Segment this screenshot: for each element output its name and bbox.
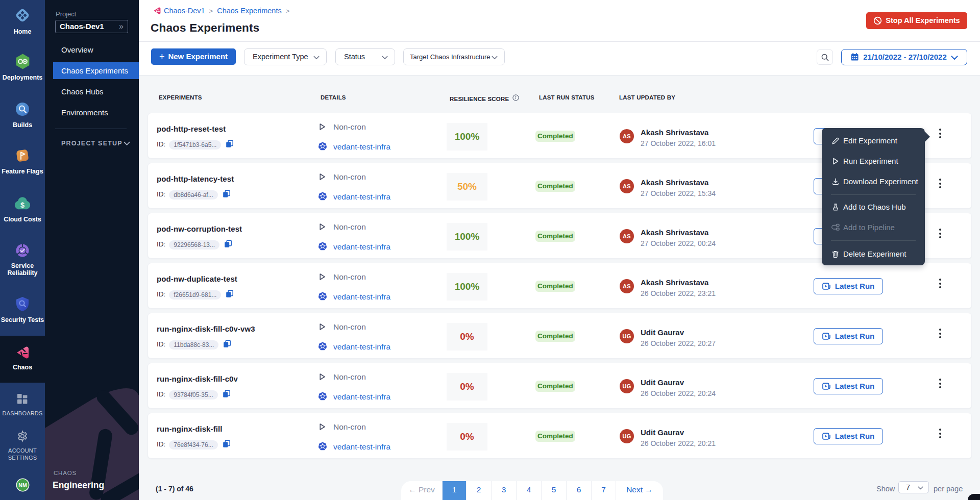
svg-text:NM: NM <box>18 482 27 488</box>
svg-text:$: $ <box>20 201 24 209</box>
